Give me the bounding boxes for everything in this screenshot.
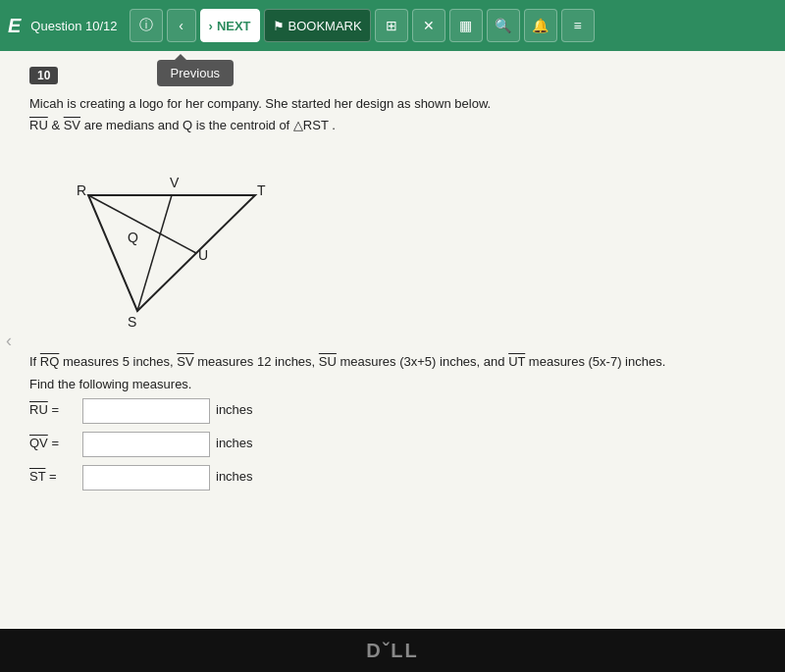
input-st[interactable]: [82, 465, 210, 491]
problem-text-1: Micah is creating a logo for her company…: [29, 94, 756, 114]
calendar-button[interactable]: ▦: [449, 9, 483, 42]
svg-line-1: [88, 195, 196, 253]
input-ru[interactable]: [82, 398, 210, 424]
sv-overline: SV: [64, 118, 80, 132]
measure-description: If RQ measures 5 inches, SV measures 12 …: [29, 352, 756, 372]
triangle-diagram: R V T Q U S: [29, 144, 285, 340]
unit-st: inches: [216, 467, 253, 488]
search-button[interactable]: 🔍: [487, 9, 520, 42]
label-V: V: [170, 175, 180, 190]
dell-logo: DˇLL: [366, 640, 419, 662]
problem-text-2: RU & SV are medians and Q is the centroi…: [29, 118, 756, 132]
menu-button[interactable]: ≡: [561, 9, 595, 42]
label-T: T: [257, 182, 266, 198]
unit-ru: inches: [216, 400, 253, 421]
toolbar: E Question 10/12 ⓘ ‹ Previous › NEXT ⚑ B…: [0, 0, 785, 51]
main-content: ‹ 10 Micah is creating a logo for her co…: [0, 51, 785, 629]
triangle-svg: R V T Q U S: [29, 144, 285, 340]
input-row-ru: RU = inches: [29, 398, 756, 424]
bookmark-label: BOOKMARK: [288, 19, 362, 33]
info-button[interactable]: ⓘ: [130, 9, 163, 42]
input-row-st: ST = inches: [29, 465, 756, 491]
inputs-section: RU = inches QV = inches ST = inches: [29, 398, 756, 498]
svg-marker-0: [88, 195, 255, 311]
input-qv[interactable]: [82, 432, 210, 457]
bookmark-icon: ⚑: [273, 19, 285, 33]
median-text: are medians and Q is the centroid of △RS…: [84, 118, 336, 132]
find-text: Find the following measures.: [29, 375, 756, 394]
grid-button[interactable]: ⊞: [375, 9, 408, 42]
prev-nav-wrapper: ‹ Previous: [167, 9, 196, 42]
app-logo: E: [8, 15, 21, 37]
next-button[interactable]: › NEXT: [200, 9, 260, 42]
and-symbol: &: [51, 118, 63, 132]
dell-branding-bar: DˇLL: [0, 629, 785, 672]
label-S: S: [128, 314, 136, 330]
alert-button[interactable]: 🔔: [524, 9, 557, 42]
label-U: U: [198, 247, 208, 263]
left-nav-arrow[interactable]: ‹: [6, 330, 12, 350]
question-number-badge: 10: [29, 67, 58, 84]
label-st: ST =: [29, 467, 77, 488]
label-ru: RU =: [29, 400, 77, 421]
question-label: Question 10/12: [30, 19, 117, 33]
label-Q: Q: [128, 230, 138, 245]
input-row-qv: QV = inches: [29, 432, 756, 457]
label-R: R: [77, 182, 86, 198]
bookmark-button[interactable]: ⚑ BOOKMARK: [264, 9, 371, 42]
next-arrow-icon: ›: [209, 19, 213, 33]
prev-arrow-button[interactable]: ‹: [167, 9, 196, 42]
close-button[interactable]: ✕: [412, 9, 445, 42]
ru-overline: RU: [29, 118, 48, 132]
next-label: NEXT: [217, 19, 251, 33]
unit-qv: inches: [216, 434, 253, 454]
previous-tooltip: Previous: [157, 60, 235, 86]
label-qv: QV =: [29, 434, 77, 454]
